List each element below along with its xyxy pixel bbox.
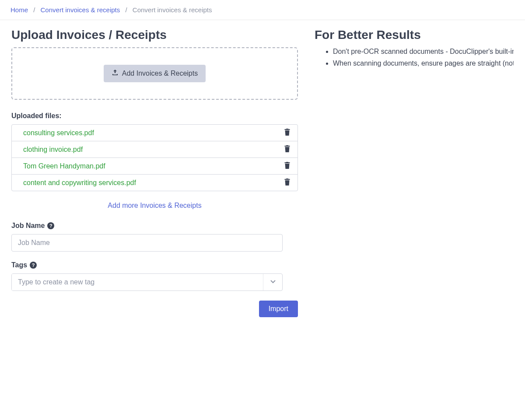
add-more-link[interactable]: Add more Invoices & Receipts: [108, 202, 201, 209]
job-name-label: Job Name ?: [11, 222, 298, 230]
breadcrumb: Home / Convert invoices & receipts / Con…: [0, 0, 525, 20]
trash-icon: [284, 164, 290, 170]
import-button[interactable]: Import: [259, 301, 298, 317]
file-name[interactable]: clothing invoice.pdf: [23, 146, 83, 154]
trash-icon: [284, 147, 290, 154]
file-row: Tom Green Handyman.pdf: [12, 158, 298, 175]
uploaded-files-table: consulting services.pdf clothing invoice…: [11, 124, 298, 191]
tags-select[interactable]: [11, 273, 283, 291]
trash-icon: [284, 180, 290, 187]
upload-icon: [112, 69, 119, 78]
job-name-label-text: Job Name: [11, 222, 45, 230]
file-name[interactable]: content and copywriting services.pdf: [23, 179, 136, 187]
tags-label: Tags ?: [11, 261, 298, 269]
tip-item: Don't pre-OCR scanned documents - DocuCl…: [333, 46, 514, 57]
delete-file-button[interactable]: [283, 161, 291, 171]
tags-input[interactable]: [12, 274, 263, 290]
file-name[interactable]: consulting services.pdf: [23, 129, 94, 137]
delete-file-button[interactable]: [283, 178, 291, 188]
breadcrumb-home[interactable]: Home: [10, 6, 28, 14]
breadcrumb-separator: /: [125, 6, 127, 14]
tip-item: When scanning documents, ensure pages ar…: [333, 58, 514, 69]
file-row: consulting services.pdf: [12, 125, 298, 141]
breadcrumb-separator: /: [33, 6, 35, 14]
trash-icon: [284, 130, 290, 137]
breadcrumb-convert-link[interactable]: Convert invoices & receipts: [41, 6, 120, 14]
help-icon[interactable]: ?: [47, 222, 54, 229]
tags-label-text: Tags: [11, 261, 27, 269]
delete-file-button[interactable]: [283, 128, 291, 138]
tags-dropdown-toggle[interactable]: [263, 274, 282, 290]
add-invoices-button[interactable]: Add Invoices & Receipts: [104, 65, 206, 82]
help-icon[interactable]: ?: [30, 262, 37, 269]
upload-dropzone[interactable]: Add Invoices & Receipts: [11, 47, 298, 100]
uploaded-files-label: Uploaded files:: [11, 112, 298, 120]
job-name-input[interactable]: [11, 234, 283, 252]
file-row: content and copywriting services.pdf: [12, 175, 298, 191]
tips-list: Don't pre-OCR scanned documents - DocuCl…: [315, 46, 514, 69]
page-title: Upload Invoices / Receipts: [11, 28, 298, 42]
chevron-down-icon: [270, 278, 276, 286]
tips-title: For Better Results: [315, 28, 514, 42]
breadcrumb-current: Convert invoices & receipts: [133, 6, 212, 14]
file-name[interactable]: Tom Green Handyman.pdf: [23, 162, 105, 170]
delete-file-button[interactable]: [283, 144, 291, 154]
add-invoices-label: Add Invoices & Receipts: [122, 70, 198, 77]
file-row: clothing invoice.pdf: [12, 141, 298, 158]
